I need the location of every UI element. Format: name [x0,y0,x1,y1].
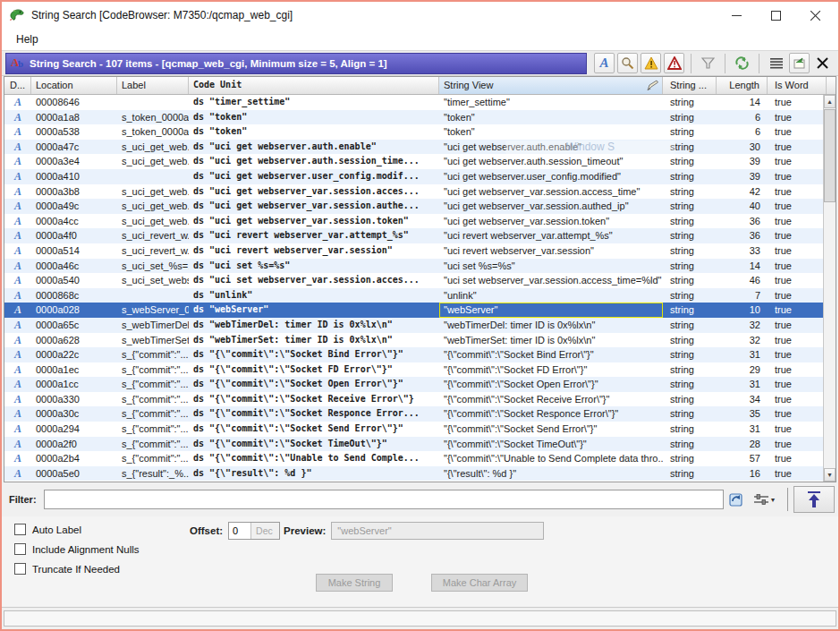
defined-string-icon: A [14,244,21,257]
table-row[interactable]: A00008646ds "timer_settime""timer_settim… [4,95,827,110]
filter-bar-separator [787,488,788,511]
column-header-code_unit[interactable]: Code Unit [189,77,439,94]
column-header-length[interactable]: Length [717,77,768,94]
menu-help[interactable]: Help [11,31,44,47]
cell-d: A [4,199,31,214]
checkbox-icon [14,543,26,555]
cell-d: A [4,110,31,125]
table-row[interactable]: A0000a2f0s_{"commit":"...ds "{\"commit\"… [4,437,827,452]
search-button[interactable] [617,53,638,73]
column-header-d[interactable]: D... [4,77,31,94]
scroll-down-button[interactable]: ▼ [824,468,836,482]
dialog-toolbar: A [587,53,835,73]
cell-length: 32 [717,318,768,333]
table-row[interactable]: A0000a47cs_uci_get_web...ds "uci get web… [4,140,827,155]
table-body: A00008646ds "timer_settime""timer_settim… [4,95,827,482]
refresh-icon [734,56,750,70]
jump-to-top-button[interactable] [793,486,835,513]
cell-string_view: "{\"commit\":\"Socket TimeOut\"}" [439,437,663,452]
cell-is_word: true [768,466,827,482]
include-alignment-nulls-checkbox[interactable]: Include Alignment Nulls [14,543,140,555]
table-row[interactable]: A0000a4f0s_uci_revert_w...ds "uci revert… [4,228,827,243]
column-filter-button[interactable]: ▼ [751,489,781,510]
table-row[interactable]: A0000a46cs_uci_set_%s=...ds "uci set %s=… [4,259,827,274]
cell-string_type: string [663,406,717,422]
menu-lines-button[interactable] [766,53,786,73]
table-row[interactable]: A0000a1ccs_{"commit":"...ds "{\"commit\"… [4,377,827,392]
scroll-thumb[interactable] [824,109,836,202]
table-row[interactable]: A0000a540s_uci_set_webs...ds "uci set we… [4,273,827,288]
table-row[interactable]: A0000a2b4s_{"commit":"...ds "{\"commit\"… [4,451,827,466]
defined-string-icon: A [14,334,21,346]
column-header-is_word[interactable]: Is Word [768,77,827,94]
error-button[interactable] [664,53,684,73]
filter-options-button[interactable] [726,489,748,510]
column-header-location[interactable]: Location [31,77,117,94]
cell-string_type: string [663,259,717,274]
table-row[interactable]: A0000a1ecs_{"commit":"...ds "{\"commit\"… [4,362,827,378]
warning-button[interactable] [641,53,661,73]
table-row[interactable]: A0000a3b8s_uci_get_web...ds "uci get web… [4,184,827,200]
bottom-divider [2,607,838,610]
cell-string_type: string [663,184,717,200]
make-string-button[interactable]: Make String [316,574,393,592]
table-row[interactable]: A0000a4ccs_uci_get_web...ds "uci get web… [4,214,827,229]
table-row[interactable]: A0000a294s_{"commit":"...ds "{\"commit\"… [4,422,827,437]
make-char-array-button[interactable]: Make Char Array [431,574,528,592]
cell-string_view: "webServer" [439,303,663,318]
close-button[interactable] [795,4,835,27]
table-row[interactable]: A0000a514s_uci_revert_w...ds "uci revert… [4,243,827,259]
scroll-up-button[interactable]: ▲ [824,95,836,108]
cell-string_type: string [663,228,717,243]
table-row[interactable]: A0000a330s_{"commit":"...ds "{\"commit\"… [4,392,827,407]
cell-string_view: "uci get webserver.user_config.modified" [439,169,663,184]
cell-string_type: string [663,273,717,288]
cell-is_word: true [768,199,827,214]
filter-options-icon [729,492,744,507]
cell-label: s_webTimerDel... [117,318,189,333]
cell-label: s_webServer_0... [117,303,189,318]
table-row[interactable]: A0000868cds "unlink""unlink"string7true [4,288,827,303]
cell-label: s_uci_get_web... [117,214,189,229]
cell-length: 57 [717,451,768,466]
table-row[interactable]: A0000a1a8s_token_0000a...ds "token""toke… [4,110,827,125]
defined-string-icon: A [14,407,21,420]
offset-unit-selector[interactable]: Dec [250,523,279,539]
cell-label [117,288,189,303]
snapshot-button[interactable] [789,53,810,73]
table-row[interactable]: A0000a65cs_webTimerDel...ds "webTimerDel… [4,318,827,333]
maximize-button[interactable] [756,4,795,27]
minimize-button[interactable] [717,4,756,27]
column-header-label[interactable]: Label [117,77,189,94]
truncate-if-needed-checkbox[interactable]: Truncate If Needed [14,563,120,575]
table-row[interactable]: A0000a22cs_{"commit":"...ds "{\"commit\"… [4,347,827,362]
string-model-button[interactable]: A [594,53,615,73]
table-row[interactable]: A0000a30cs_{"commit":"...ds "{\"commit\"… [4,406,827,422]
auto-label-checkbox[interactable]: Auto Label [14,524,81,535]
defined-string-icon: A [14,378,21,390]
cell-location: 0000a47c [31,140,117,155]
vertical-scrollbar[interactable]: ▲ ▼ [823,95,836,482]
defined-string-icon: A [14,125,21,138]
table-row[interactable]: A0000a5e0s_{"result":_%...ds "{\"result\… [4,466,827,482]
table-row[interactable]: A0000a028s_webServer_0...ds "webServer""… [4,303,827,318]
table-row[interactable]: A0000a538s_token_0000a...ds "token""toke… [4,124,827,140]
cell-code_unit: ds "{\"commit\":\"Socket Receive Error\"… [189,392,439,407]
cell-d: A [4,154,31,169]
table-row[interactable]: A0000a3e4s_uci_get_web...ds "uci get web… [4,154,827,169]
cell-location: 0000a294 [31,422,117,437]
cell-code_unit: ds "{\"commit\":\"Socket Responce Error.… [189,406,439,422]
refresh-button[interactable] [732,53,752,73]
column-header-string_type[interactable]: String ... [663,77,717,94]
offset-input[interactable]: 0 [229,523,250,539]
dialog-close-button[interactable] [812,53,833,73]
column-header-string_view[interactable]: String View [439,77,663,94]
filter-button[interactable] [698,53,718,73]
table-row[interactable]: A0000a49cs_uci_get_web...ds "uci get web… [4,199,827,214]
table-row[interactable]: A0000a628s_webTimerSet...ds "webTimerSet… [4,333,827,348]
filter-bar: Filter: ▼ [2,482,838,516]
table-row[interactable]: A0000a410ds "uci get webserver.user_conf… [4,169,827,184]
filter-input[interactable] [44,490,724,509]
cell-string_view: "token" [439,110,663,125]
cell-string_type: string [663,451,717,466]
